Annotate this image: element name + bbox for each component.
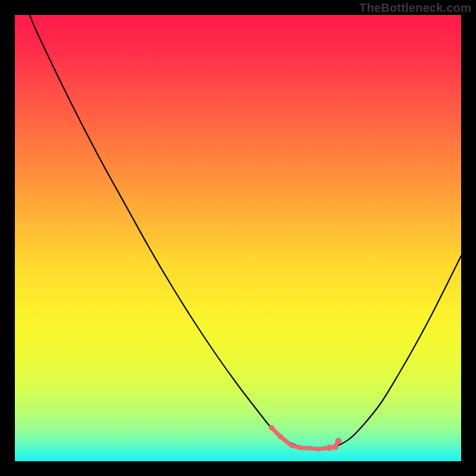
svg-point-5 <box>316 447 321 452</box>
svg-point-4 <box>307 446 312 450</box>
svg-point-1 <box>278 434 283 439</box>
plot-area <box>15 15 461 461</box>
svg-point-0 <box>269 425 274 430</box>
watermark-text: TheBottleneck.com <box>359 1 471 15</box>
svg-point-2 <box>289 443 294 448</box>
optimal-range-markers <box>15 15 461 461</box>
svg-point-3 <box>298 446 303 450</box>
svg-point-8 <box>335 438 342 444</box>
svg-point-7 <box>332 444 339 450</box>
svg-point-6 <box>326 444 333 451</box>
